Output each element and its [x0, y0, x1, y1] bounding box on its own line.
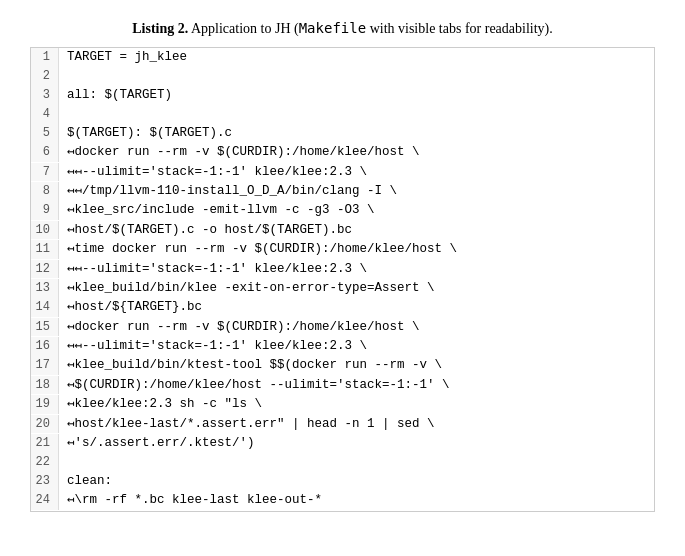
line-number: 4: [31, 105, 59, 124]
line-number: 15: [31, 318, 59, 337]
line-number: 16: [31, 337, 59, 356]
line-code: ↤host/klee-last/*.assert.err" | head -n …: [59, 415, 435, 434]
line-number: 22: [31, 453, 59, 472]
listing-caption: Listing 2. Application to JH (Makefile w…: [30, 20, 655, 37]
table-row: 15↤docker run --rm -v $(CURDIR):/home/kl…: [31, 318, 654, 337]
line-number: 17: [31, 356, 59, 375]
line-code: TARGET = jh_klee: [59, 48, 187, 67]
caption-code: Makefile: [299, 20, 366, 36]
line-number: 7: [31, 163, 59, 182]
table-row: 4: [31, 105, 654, 124]
table-row: 18↤$(CURDIR):/home/klee/host --ulimit='s…: [31, 376, 654, 395]
line-code: ↤klee_build/bin/ktest-tool $$(docker run…: [59, 356, 442, 375]
line-number: 5: [31, 124, 59, 143]
line-number: 24: [31, 491, 59, 510]
table-row: 10↤host/$(TARGET).c -o host/$(TARGET).bc: [31, 221, 654, 240]
line-number: 14: [31, 298, 59, 317]
table-row: 20↤host/klee-last/*.assert.err" | head -…: [31, 415, 654, 434]
line-code: clean:: [59, 472, 112, 491]
line-number: 6: [31, 143, 59, 162]
line-code: ↤host/$(TARGET).c -o host/$(TARGET).bc: [59, 221, 352, 240]
line-code: ↤↤--ulimit='stack=-1:-1' klee/klee:2.3 \: [59, 260, 367, 279]
line-code: ↤docker run --rm -v $(CURDIR):/home/klee…: [59, 318, 420, 337]
line-code: $(TARGET): $(TARGET).c: [59, 124, 232, 143]
table-row: 22: [31, 453, 654, 472]
line-code: ↤'s/.assert.err/.ktest/'): [59, 434, 255, 453]
line-number: 19: [31, 395, 59, 414]
line-number: 10: [31, 221, 59, 240]
table-row: 13↤klee_build/bin/klee -exit-on-error-ty…: [31, 279, 654, 298]
line-code: ↤\rm -rf *.bc klee-last klee-out-*: [59, 491, 322, 510]
caption-text: Application to JH (: [188, 21, 298, 36]
line-number: 8: [31, 182, 59, 201]
table-row: 8↤↤/tmp/llvm-110-install_O_D_A/bin/clang…: [31, 182, 654, 201]
line-number: 13: [31, 279, 59, 298]
table-row: 17↤klee_build/bin/ktest-tool $$(docker r…: [31, 356, 654, 375]
code-block: 1TARGET = jh_klee23all: $(TARGET)45$(TAR…: [30, 47, 655, 512]
line-number: 9: [31, 201, 59, 220]
line-code: ↤↤--ulimit='stack=-1:-1' klee/klee:2.3 \: [59, 163, 367, 182]
line-code: ↤klee/klee:2.3 sh -c "ls \: [59, 395, 262, 414]
table-row: 23clean:: [31, 472, 654, 491]
line-code: ↤$(CURDIR):/home/klee/host --ulimit='sta…: [59, 376, 450, 395]
table-row: 6↤docker run --rm -v $(CURDIR):/home/kle…: [31, 143, 654, 162]
caption-suffix: with visible tabs for readability).: [366, 21, 553, 36]
line-number: 11: [31, 240, 59, 259]
line-code: ↤↤/tmp/llvm-110-install_O_D_A/bin/clang …: [59, 182, 397, 201]
line-number: 12: [31, 260, 59, 279]
line-number: 2: [31, 67, 59, 86]
table-row: 16↤↤--ulimit='stack=-1:-1' klee/klee:2.3…: [31, 337, 654, 356]
line-code: ↤klee_build/bin/klee -exit-on-error-type…: [59, 279, 435, 298]
line-code: ↤time docker run --rm -v $(CURDIR):/home…: [59, 240, 457, 259]
table-row: 24↤\rm -rf *.bc klee-last klee-out-*: [31, 491, 654, 510]
table-row: 5$(TARGET): $(TARGET).c: [31, 124, 654, 143]
table-row: 14↤host/${TARGET}.bc: [31, 298, 654, 317]
table-row: 3all: $(TARGET): [31, 86, 654, 105]
table-row: 11↤time docker run --rm -v $(CURDIR):/ho…: [31, 240, 654, 259]
table-row: 1TARGET = jh_klee: [31, 48, 654, 67]
line-code: ↤docker run --rm -v $(CURDIR):/home/klee…: [59, 143, 420, 162]
table-row: 12↤↤--ulimit='stack=-1:-1' klee/klee:2.3…: [31, 260, 654, 279]
table-row: 21↤'s/.assert.err/.ktest/'): [31, 434, 654, 453]
listing-number: Listing 2.: [132, 21, 188, 36]
line-number: 20: [31, 415, 59, 434]
line-code: all: $(TARGET): [59, 86, 172, 105]
line-code: ↤↤--ulimit='stack=-1:-1' klee/klee:2.3 \: [59, 337, 367, 356]
line-number: 3: [31, 86, 59, 105]
table-row: 9↤klee_src/include -emit-llvm -c -g3 -O3…: [31, 201, 654, 220]
line-code: ↤klee_src/include -emit-llvm -c -g3 -O3 …: [59, 201, 375, 220]
table-row: 19↤klee/klee:2.3 sh -c "ls \: [31, 395, 654, 414]
table-row: 7↤↤--ulimit='stack=-1:-1' klee/klee:2.3 …: [31, 163, 654, 182]
table-row: 2: [31, 67, 654, 86]
line-number: 23: [31, 472, 59, 491]
line-number: 18: [31, 376, 59, 395]
line-number: 21: [31, 434, 59, 453]
line-code: ↤host/${TARGET}.bc: [59, 298, 202, 317]
line-number: 1: [31, 48, 59, 67]
